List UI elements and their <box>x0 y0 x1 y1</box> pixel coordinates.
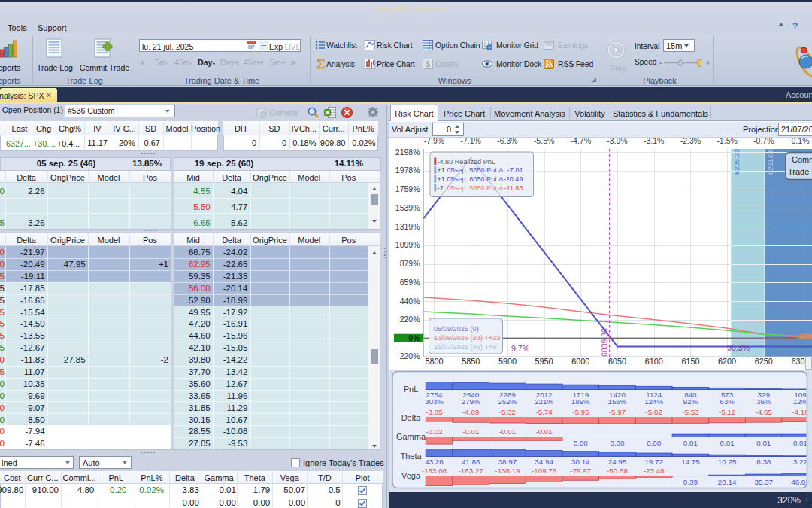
svg-text:-4.65: -4.65 <box>755 408 772 416</box>
svg-text:41.86: 41.86 <box>461 458 480 466</box>
svg-text:43.26: 43.26 <box>425 458 444 466</box>
svg-text:1978%: 1978% <box>395 166 420 175</box>
svg-text:-3.1%: -3.1% <box>643 137 663 145</box>
svg-text:05/09/2025 (0): 05/09/2025 (0) <box>434 325 479 333</box>
svg-text:30.14: 30.14 <box>571 458 590 466</box>
svg-text:0.00: 0.00 <box>647 439 662 447</box>
svg-text:-0.02: -0.02 <box>426 427 442 436</box>
svg-text:-138.19: -138.19 <box>495 467 520 475</box>
svg-text:6150: 6150 <box>681 357 699 366</box>
svg-text:1319%: 1319% <box>395 222 420 231</box>
svg-text:-0.01: -0.01 <box>498 427 515 436</box>
svg-text:05sep. 5650 Put Δ: 05sep. 5650 Put Δ <box>447 166 503 174</box>
svg-text:2198%: 2198% <box>395 148 420 157</box>
svg-text:5900: 5900 <box>498 357 516 366</box>
svg-text:Trade C: Trade C <box>788 167 812 176</box>
svg-text:6039.30: 6039.30 <box>599 328 608 357</box>
svg-text:-1.5%: -1.5% <box>717 137 737 145</box>
svg-text:5850: 5850 <box>462 357 480 366</box>
svg-text:3.22: 3.22 <box>792 458 807 466</box>
svg-text:-3.85: -3.85 <box>426 408 443 416</box>
svg-text:6250: 6250 <box>754 357 772 366</box>
svg-text:-7.1%: -7.1% <box>460 137 480 145</box>
svg-text:221%: 221% <box>535 397 553 406</box>
svg-text:-4.69: -4.69 <box>462 408 479 416</box>
svg-text:-5.82: -5.82 <box>645 408 662 416</box>
svg-text:05sep. 5850 Put Δ: 05sep. 5850 Put Δ <box>447 184 503 192</box>
svg-text:-163.27: -163.27 <box>458 467 483 475</box>
svg-text:0.00: 0.00 <box>610 439 625 447</box>
svg-text:6200: 6200 <box>718 357 736 366</box>
svg-text:6251.06: 6251.06 <box>765 149 774 175</box>
svg-text:-11.83: -11.83 <box>504 184 523 192</box>
svg-text:+1: +1 <box>437 166 444 174</box>
svg-text:-5.95: -5.95 <box>572 408 589 416</box>
svg-text:12%: 12% <box>792 397 807 406</box>
svg-text:252%: 252% <box>498 397 517 406</box>
svg-text:-23.48: -23.48 <box>643 467 664 475</box>
svg-text:36%: 36% <box>756 397 771 406</box>
svg-text:-3.9%: -3.9% <box>607 137 627 145</box>
svg-text:-2.3%: -2.3% <box>680 137 700 145</box>
svg-text:6000: 6000 <box>571 357 589 366</box>
svg-text:279%: 279% <box>461 397 480 406</box>
svg-text:1099%: 1099% <box>395 240 420 249</box>
svg-text:92%: 92% <box>683 397 698 406</box>
svg-text:PnL: PnL <box>403 385 418 394</box>
svg-text:189%: 189% <box>571 397 589 406</box>
svg-text:-5.74: -5.74 <box>535 408 553 416</box>
svg-text:-79.97: -79.97 <box>570 467 591 475</box>
svg-text:-5.32: -5.32 <box>498 408 515 416</box>
svg-text:Comm: Comm <box>792 155 812 164</box>
svg-text:-5.12: -5.12 <box>718 408 735 416</box>
svg-text:303%: 303% <box>424 397 443 406</box>
svg-text:13/08/2025 (23) T+23: 13/08/2025 (23) T+23 <box>434 334 500 342</box>
svg-text:10.25: 10.25 <box>717 458 736 466</box>
svg-text:-20.49: -20.49 <box>503 175 523 183</box>
svg-text:-50.68: -50.68 <box>607 467 628 475</box>
svg-text:-4.80 Realized PnL: -4.80 Realized PnL <box>437 158 495 166</box>
svg-text:$: $ <box>426 59 430 68</box>
svg-text:0.00: 0.00 <box>573 439 588 447</box>
svg-text:0.01: 0.01 <box>792 439 807 447</box>
svg-text:-0.01: -0.01 <box>462 427 479 436</box>
svg-text:35.37: 35.37 <box>754 478 773 486</box>
svg-text:20.14: 20.14 <box>717 478 736 486</box>
svg-text:05sep. 6050 Put Δ: 05sep. 6050 Put Δ <box>447 175 503 183</box>
svg-text:+1: +1 <box>437 175 444 183</box>
svg-text:-5.5%: -5.5% <box>533 137 553 145</box>
svg-text:-0.7%: -0.7% <box>753 137 774 145</box>
svg-text:21/07/2025 (46) T+0: 21/07/2025 (46) T+0 <box>434 343 496 351</box>
svg-text:1539%: 1539% <box>395 203 420 212</box>
svg-text:38.97: 38.97 <box>498 458 517 466</box>
svg-text:440%: 440% <box>399 297 420 306</box>
svg-text:Gamma: Gamma <box>395 432 426 441</box>
svg-text:-5.97: -5.97 <box>608 408 625 416</box>
svg-text:124%: 124% <box>644 397 663 406</box>
svg-text:-4.7%: -4.7% <box>570 137 590 145</box>
svg-text:156%: 156% <box>607 397 626 406</box>
svg-text:-109.76: -109.76 <box>531 467 556 475</box>
svg-text:6100: 6100 <box>644 357 662 366</box>
svg-text:-183.06: -183.06 <box>421 467 447 475</box>
svg-text:0.39: 0.39 <box>683 478 697 486</box>
svg-text:0.1%: 0.1% <box>791 137 809 145</box>
svg-text:-220%: -220% <box>397 351 420 360</box>
svg-text:659%: 659% <box>399 278 420 287</box>
svg-text:879%: 879% <box>399 259 420 268</box>
svg-text:34.94: 34.94 <box>535 458 553 466</box>
svg-text:6205.33: 6205.33 <box>732 149 741 175</box>
svg-text:0.01: 0.01 <box>720 439 734 447</box>
svg-text:63%: 63% <box>720 397 735 406</box>
svg-text:0.01: 0.01 <box>756 439 771 447</box>
svg-text:14.75: 14.75 <box>681 458 700 466</box>
svg-text:Vega: Vega <box>401 471 420 480</box>
svg-text:90.3%: 90.3% <box>727 343 750 352</box>
svg-text:-7.9%: -7.9% <box>423 137 444 145</box>
svg-text:6050: 6050 <box>607 357 626 366</box>
svg-text:19.72: 19.72 <box>644 458 663 466</box>
svg-text:1759%: 1759% <box>395 184 420 193</box>
svg-text:Delta: Delta <box>401 413 421 422</box>
svg-text:0.01: 0.01 <box>683 439 697 447</box>
svg-text:5950: 5950 <box>535 357 553 366</box>
